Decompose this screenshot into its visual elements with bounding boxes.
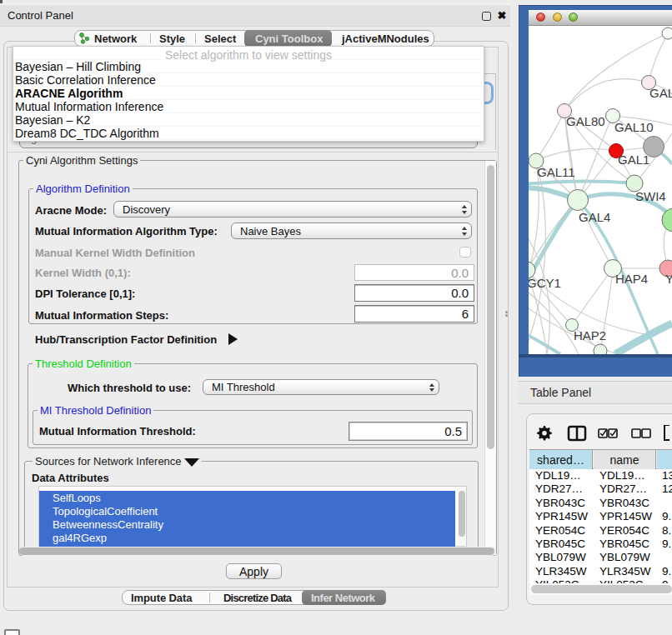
svg-text:HAP4: HAP4 — [615, 272, 648, 286]
svg-text:GAL80: GAL80 — [566, 114, 605, 128]
svg-text:GAL1: GAL1 — [618, 152, 649, 167]
svg-text:GAL11: GAL11 — [537, 165, 575, 179]
svg-text:SWI4: SWI4 — [635, 189, 666, 203]
svg-text:GAL2: GAL2 — [649, 86, 672, 100]
svg-text:GAL4: GAL4 — [579, 210, 610, 224]
svg-text:HAP2: HAP2 — [574, 328, 606, 342]
svg-text:Y: Y — [665, 272, 672, 286]
svg-text:GCY1: GCY1 — [529, 276, 561, 290]
svg-text:GAL10: GAL10 — [614, 120, 654, 134]
